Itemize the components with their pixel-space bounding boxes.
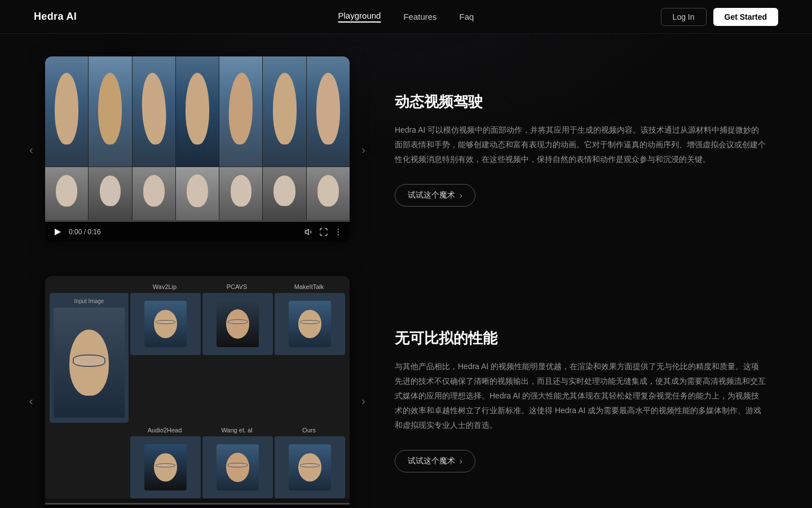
svg-marker-0 <box>55 229 61 235</box>
try-button-2[interactable]: 试试这个魔术 › <box>395 450 475 472</box>
svg-point-4 <box>338 234 339 235</box>
try-button-1-label: 试试这个魔术 <box>408 190 455 200</box>
feature-title-2: 无可比拟的性能 <box>395 329 767 348</box>
video-time-1: 0:00 / 0:16 <box>69 228 299 236</box>
play-button-1[interactable] <box>52 226 63 238</box>
mute-button-1[interactable] <box>304 227 314 237</box>
fullscreen-button-1[interactable] <box>319 227 328 237</box>
film-frame-5 <box>219 56 263 167</box>
compare-label-pcavs: PCAVS <box>201 282 273 292</box>
feature-row-performance: ‹ Wav2Lip PCAVS MakeItTalk Input Image <box>45 276 767 508</box>
svg-point-2 <box>338 229 339 230</box>
try-button-1[interactable]: 试试这个魔术 › <box>395 184 475 207</box>
feature-desc-1: Hedra AI 可以模仿视频中的面部动作，并将其应用于生成的视频内容。该技术通… <box>395 123 767 167</box>
video-thumbnail-1 <box>45 56 350 167</box>
video-thumbnail-row2 <box>45 167 350 220</box>
film-frame-r2-6 <box>263 167 306 220</box>
compare-label-wav2lip: Wav2Lip <box>129 282 201 292</box>
film-frame-r2-2 <box>89 167 132 220</box>
feature-row-dynamic-video: ‹ <box>45 56 767 242</box>
navbar: Hedra AI Playground Features Faq Log In … <box>0 0 812 34</box>
film-frame-4 <box>176 56 219 167</box>
svg-marker-1 <box>305 229 308 234</box>
video-prev-arrow-2[interactable]: ‹ <box>29 394 33 407</box>
try-btn-arrow-1: › <box>460 191 462 200</box>
video-progress-2[interactable] <box>45 503 350 505</box>
compare-label-wang: Wang et. al <box>201 425 273 435</box>
input-image-label: Input Image <box>74 298 104 304</box>
video-next-arrow[interactable]: › <box>361 143 365 156</box>
video-next-arrow-2[interactable]: › <box>361 394 365 407</box>
nav-link-faq[interactable]: Faq <box>460 12 474 21</box>
video-progress-1[interactable] <box>45 220 350 222</box>
feature-text-2: 无可比拟的性能 与其他产品相比，Hedra AI 的视频性能明显优越，在渲染和效… <box>395 329 767 472</box>
film-frame-1 <box>45 56 89 167</box>
compare-label-makeittalk: MakeItTalk <box>273 282 345 292</box>
video-prev-arrow[interactable]: ‹ <box>29 143 33 156</box>
compare-label-audio2head: Audio2Head <box>129 425 201 435</box>
film-frame-r2-1 <box>45 167 89 220</box>
nav-actions: Log In Get Started <box>661 8 778 26</box>
video-controls-2: 0:00 / 0:48 <box>45 505 350 508</box>
nav-logo: Hedra AI <box>34 11 77 23</box>
comparison-grid: Wav2Lip PCAVS MakeItTalk Input Image <box>45 276 350 498</box>
film-frame-3 <box>133 56 176 167</box>
nav-link-features[interactable]: Features <box>403 12 436 21</box>
video-controls-1: 0:00 / 0:16 <box>45 222 350 242</box>
film-frame-r2-4 <box>176 167 219 220</box>
try-btn-arrow-2: › <box>460 457 462 466</box>
nav-links: Playground Features Faq <box>338 11 474 23</box>
try-button-2-label: 试试这个魔术 <box>408 456 455 466</box>
main-content: ‹ <box>0 34 812 508</box>
compare-label-ours: Ours <box>273 425 345 435</box>
nav-link-playground[interactable]: Playground <box>338 11 381 23</box>
more-button-1[interactable] <box>334 227 343 237</box>
feature-text-1: 动态视频驾驶 Hedra AI 可以模仿视频中的面部动作，并将其应用于生成的视频… <box>395 92 767 207</box>
feature-desc-2: 与其他产品相比，Hedra AI 的视频性能明显优越，在渲染和效果方面提供了无与… <box>395 360 767 432</box>
video-card-1: 0:00 / 0:16 <box>45 56 350 242</box>
film-frame-r2-5 <box>219 167 263 220</box>
feature-title-1: 动态视频驾驶 <box>395 92 767 112</box>
film-frame-6 <box>263 56 306 167</box>
film-frame-r2-3 <box>133 167 176 220</box>
film-frame-r2-7 <box>307 167 350 220</box>
video-ctrl-right-1 <box>304 227 343 237</box>
film-frame-2 <box>89 56 132 167</box>
login-button[interactable]: Log In <box>661 8 707 26</box>
film-frame-7 <box>307 56 350 167</box>
video-card-2: Wav2Lip PCAVS MakeItTalk Input Image <box>45 276 350 508</box>
svg-point-3 <box>338 231 339 233</box>
signup-button[interactable]: Get Started <box>713 8 778 26</box>
